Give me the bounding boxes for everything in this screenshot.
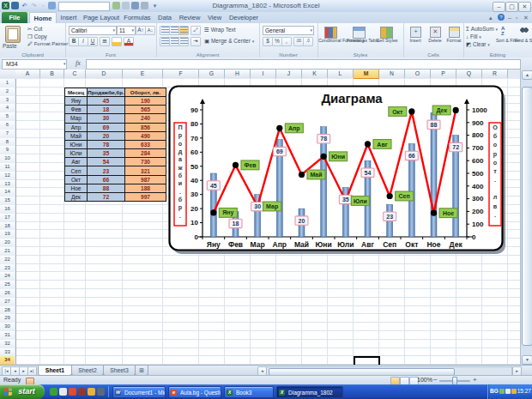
insert-button[interactable]: Insert xyxy=(406,38,425,43)
column-header-R[interactable]: R xyxy=(482,70,508,78)
selected-cell[interactable] xyxy=(354,356,380,365)
fill-color-icon[interactable] xyxy=(112,37,122,46)
number-format-combo[interactable]: General xyxy=(263,26,314,35)
start-button[interactable]: start xyxy=(0,384,45,399)
fill-button[interactable]: ↓ Fill ▾ xyxy=(466,33,481,39)
sort-filter-button[interactable]: Sort & Filter xyxy=(496,38,517,43)
tab-home[interactable]: Home xyxy=(29,12,57,24)
column-header-L[interactable]: L xyxy=(328,70,354,78)
vertical-scrollbar[interactable]: ▲ ▼ xyxy=(520,70,532,365)
close-button[interactable]: ✕ xyxy=(518,2,531,12)
workbook-minimize-icon[interactable]: – xyxy=(508,14,511,21)
column-header-Q[interactable]: Q xyxy=(456,70,482,78)
align-right-icon[interactable] xyxy=(178,37,189,46)
quick-launch-icon-5[interactable] xyxy=(88,388,95,396)
format-painter-button[interactable]: 🖉 Format Painter xyxy=(27,41,68,46)
font-name-combo[interactable]: Calibri xyxy=(69,26,117,35)
merge-center-button[interactable]: ▣ Merge & Center ▾ xyxy=(204,38,254,45)
column-header-E[interactable]: E xyxy=(123,70,163,78)
borders-icon[interactable]: ⊞ xyxy=(100,37,110,46)
name-box-dropdown-icon[interactable]: ▾ xyxy=(63,61,66,66)
scroll-down-icon[interactable]: ▼ xyxy=(522,355,532,365)
indent-icon[interactable]: ⇥ xyxy=(190,37,201,46)
task-button-diagramma[interactable]: XDiagramma_1802 xyxy=(276,386,343,398)
workbook-restore-icon[interactable]: ▫ xyxy=(516,14,517,21)
tab-file[interactable]: File xyxy=(2,12,27,23)
select-all-corner[interactable] xyxy=(0,70,16,78)
column-header-D[interactable]: D xyxy=(86,70,123,78)
name-box[interactable]: M34 xyxy=(2,59,67,70)
minimize-ribbon-icon[interactable]: ▴ xyxy=(489,14,493,21)
clear-button[interactable]: ◩ Clear ▾ xyxy=(466,41,490,48)
shrink-font-icon[interactable]: A↓ xyxy=(145,26,155,35)
help-icon[interactable]: ? xyxy=(498,14,505,21)
right-axis-tick: 900 xyxy=(472,119,484,127)
tab-page-layout[interactable]: Page Layout xyxy=(82,12,120,23)
column-header-I[interactable]: I xyxy=(251,70,276,78)
column-header-J[interactable]: J xyxy=(276,70,302,78)
cell-styles-button[interactable]: Cell Styles xyxy=(374,38,400,43)
data-table: МесецПродажби,бр.Оборот, лв.Яну45190Фев1… xyxy=(64,88,166,202)
task-button-word[interactable]: WDocument1 - Microsof... xyxy=(112,386,166,398)
find-select-button[interactable]: Find & Select xyxy=(515,38,532,43)
column-header-O[interactable]: O xyxy=(405,70,431,78)
orientation-icon[interactable]: ⤢ xyxy=(190,26,201,35)
minimize-button[interactable]: – xyxy=(493,2,505,12)
tab-data[interactable]: Data xyxy=(154,12,175,23)
quick-launch-icon-2[interactable] xyxy=(59,388,67,396)
underline-button[interactable]: U xyxy=(88,37,98,46)
autosum-button[interactable]: Σ AutoSum ▾ xyxy=(466,26,498,32)
format-as-table-button[interactable]: Format as Table xyxy=(347,38,372,43)
column-header-P[interactable]: P xyxy=(431,70,456,78)
cut-button[interactable]: ✂ Cut xyxy=(27,26,42,33)
tray-icon-2[interactable] xyxy=(505,389,511,394)
sheet-tab-1[interactable]: Sheet1 xyxy=(38,366,72,376)
row-header-34[interactable]: 34 xyxy=(0,356,15,365)
zoom-out-icon[interactable]: − xyxy=(433,377,438,384)
tab-insert[interactable]: Insert xyxy=(57,12,81,23)
tab-review[interactable]: Review xyxy=(177,12,203,23)
task-button-book3[interactable]: XBook3 xyxy=(224,386,274,398)
align-bottom-icon[interactable] xyxy=(178,26,189,35)
language-indicator[interactable]: BG xyxy=(490,388,499,394)
maximize-button[interactable]: ▢ xyxy=(505,2,518,12)
column-header-B[interactable]: B xyxy=(40,70,64,78)
column-header-K[interactable]: K xyxy=(302,70,328,78)
font-size-combo[interactable]: 11 xyxy=(117,26,136,35)
column-header-N[interactable]: N xyxy=(379,70,405,78)
workbook-close-icon[interactable]: ✕ xyxy=(523,14,529,21)
wrap-text-button[interactable]: ☰ Wrap Text xyxy=(204,27,236,33)
quick-launch-icon-1[interactable] xyxy=(50,388,57,396)
font-color-icon[interactable]: A xyxy=(124,37,134,46)
column-header-A[interactable]: A xyxy=(15,70,40,78)
format-button[interactable]: Format xyxy=(444,38,463,43)
zoom-level[interactable]: 100% xyxy=(417,377,432,383)
quick-launch-icon-6[interactable] xyxy=(97,388,105,396)
scroll-up-icon[interactable]: ▲ xyxy=(522,70,532,80)
decrease-decimal-icon[interactable]: .0 xyxy=(303,37,313,46)
conditional-formatting-button[interactable]: Conditional Formatting xyxy=(318,38,346,43)
task-button-browser[interactable]: eAula.bg - Question -... xyxy=(168,386,221,398)
column-header-F[interactable]: F xyxy=(163,70,199,78)
quick-launch-icon-3[interactable] xyxy=(69,388,76,396)
grid-body[interactable]: 1234567891011121314151617181920212223242… xyxy=(0,79,520,365)
table-cell: 987 xyxy=(125,175,166,184)
chart[interactable]: Диаграма01020304050607080900100200300400… xyxy=(168,85,508,257)
column-header-C[interactable]: C xyxy=(64,70,86,78)
tray-icon-3[interactable] xyxy=(511,389,517,394)
paste-button[interactable]: Paste xyxy=(3,43,17,49)
column-header-H[interactable]: H xyxy=(225,70,251,78)
column-header-M[interactable]: M xyxy=(354,70,379,79)
tab-developer[interactable]: Developer xyxy=(227,12,261,23)
delete-button[interactable]: Delete xyxy=(426,38,444,43)
formula-input[interactable] xyxy=(86,59,521,70)
comma-icon[interactable]: , xyxy=(281,37,292,46)
vertical-scroll-thumb[interactable] xyxy=(522,87,532,346)
copy-button[interactable]: ❐ Copy xyxy=(27,33,47,40)
quick-launch-icon-4[interactable] xyxy=(78,388,86,396)
tab-formulas[interactable]: Formulas xyxy=(122,12,153,23)
column-header-G[interactable]: G xyxy=(199,70,225,78)
tray-icon-1[interactable] xyxy=(499,389,505,394)
zoom-in-icon[interactable]: + xyxy=(473,377,477,384)
tab-view[interactable]: View xyxy=(204,12,225,23)
